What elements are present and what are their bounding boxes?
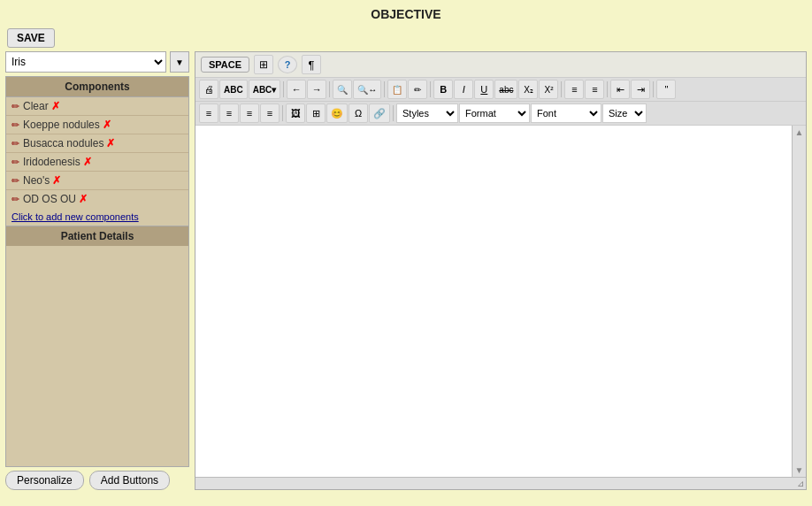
edit-icon: ✏ bbox=[11, 157, 19, 168]
editor-panel: SPACE ⊞ ? ¶ 🖨 ABC ABC▾ ← → 🔍 🔍↔ 📋 ✏ B I … bbox=[195, 51, 807, 490]
component-label: Koeppe nodules bbox=[23, 119, 100, 131]
space-button[interactable]: SPACE bbox=[201, 57, 249, 73]
separator bbox=[282, 105, 283, 121]
list-item[interactable]: ✏ Clear ✗ bbox=[6, 97, 188, 116]
separator bbox=[607, 81, 608, 97]
strikethrough-button[interactable]: abc bbox=[494, 80, 517, 99]
resize-icon: ⊿ bbox=[797, 479, 804, 488]
dropdown-row: Iris ▼ bbox=[5, 51, 189, 73]
help-button[interactable]: ? bbox=[278, 56, 297, 73]
left-panel: Iris ▼ Components ✏ Clear ✗ ✏ Koeppe nod… bbox=[5, 51, 189, 490]
separator bbox=[393, 105, 394, 121]
add-components-link[interactable]: Click to add new components bbox=[6, 208, 188, 226]
resize-handle[interactable]: ⊿ bbox=[195, 477, 806, 489]
personalize-button[interactable]: Personalize bbox=[5, 471, 84, 490]
edit-icon: ✏ bbox=[11, 138, 19, 150]
align-center-button[interactable]: ≡ bbox=[219, 104, 239, 123]
component-label: Neo's bbox=[23, 174, 50, 187]
patient-details-header: Patient Details bbox=[6, 226, 188, 246]
print-button[interactable]: 🖨 bbox=[199, 80, 218, 99]
iris-dropdown[interactable]: Iris bbox=[5, 51, 166, 73]
remove-icon[interactable]: ✗ bbox=[51, 100, 60, 112]
list-item[interactable]: ✏ OD OS OU ✗ bbox=[6, 190, 188, 208]
align-justify-button[interactable]: ≡ bbox=[260, 104, 280, 123]
size-dropdown[interactable]: Size bbox=[602, 104, 647, 123]
bold-button[interactable]: B bbox=[433, 80, 453, 99]
italic-button[interactable]: I bbox=[454, 80, 473, 99]
add-buttons-button[interactable]: Add Buttons bbox=[89, 471, 170, 490]
spellcheck-button[interactable]: ABC bbox=[219, 80, 248, 99]
list-item[interactable]: ✏ Iridodenesis ✗ bbox=[6, 153, 188, 172]
separator bbox=[329, 81, 330, 97]
remove-icon[interactable]: ✗ bbox=[79, 193, 88, 205]
spellcheck-dropdown-button[interactable]: ABC▾ bbox=[249, 80, 281, 99]
font-dropdown[interactable]: Font bbox=[531, 104, 601, 123]
insert-special-char-button[interactable]: Ω bbox=[349, 104, 368, 123]
save-button[interactable]: SAVE bbox=[7, 28, 55, 48]
embed-button[interactable]: ⊞ bbox=[254, 55, 273, 74]
insert-image-button[interactable]: 🖼 bbox=[286, 104, 305, 123]
components-panel: Components ✏ Clear ✗ ✏ Koeppe nodules ✗ … bbox=[5, 76, 189, 467]
component-label: Busacca nodules bbox=[23, 137, 103, 150]
scroll-down-icon[interactable]: ▼ bbox=[795, 465, 804, 475]
remove-icon[interactable]: ✗ bbox=[106, 137, 115, 150]
scroll-up-icon[interactable]: ▲ bbox=[795, 127, 804, 137]
find-button[interactable]: 🔍 bbox=[333, 80, 352, 99]
remove-icon[interactable]: ✗ bbox=[52, 174, 61, 187]
dropdown-arrow-button[interactable]: ▼ bbox=[170, 51, 189, 73]
edit-icon: ✏ bbox=[11, 194, 19, 205]
paragraph-button[interactable]: ¶ bbox=[302, 55, 321, 74]
editor-wrapper: ▲ ▼ bbox=[195, 126, 806, 477]
redo-button[interactable]: → bbox=[307, 80, 326, 99]
insert-link-button[interactable]: 🔗 bbox=[369, 104, 390, 123]
outdent-button[interactable]: ⇤ bbox=[610, 80, 630, 99]
list-item[interactable]: ✏ Neo's ✗ bbox=[6, 172, 188, 190]
component-label: Iridodenesis bbox=[23, 156, 80, 168]
component-label: OD OS OU bbox=[23, 193, 76, 205]
component-label: Clear bbox=[23, 100, 49, 112]
separator bbox=[430, 81, 431, 97]
format-dropdown[interactable]: Format bbox=[459, 104, 530, 123]
insert-emoji-button[interactable]: 😊 bbox=[326, 104, 348, 123]
separator bbox=[384, 81, 385, 97]
edit-icon: ✏ bbox=[11, 175, 19, 187]
find-replace-button[interactable]: 🔍↔ bbox=[353, 80, 381, 99]
edit-icon: ✏ bbox=[11, 101, 19, 112]
align-right-button[interactable]: ≡ bbox=[240, 104, 259, 123]
page-title: OBJECTIVE bbox=[0, 0, 812, 25]
edit-icon: ✏ bbox=[11, 119, 19, 131]
align-left-button[interactable]: ≡ bbox=[199, 104, 218, 123]
bottom-buttons: Personalize Add Buttons bbox=[5, 471, 189, 490]
toolbar-row-2: ≡ ≡ ≡ ≡ 🖼 ⊞ 😊 Ω 🔗 Styles Format Font Siz… bbox=[195, 102, 806, 126]
separator bbox=[283, 81, 284, 97]
separator bbox=[653, 81, 654, 97]
undo-button[interactable]: ← bbox=[287, 80, 306, 99]
insert-table-button[interactable]: ⊞ bbox=[306, 104, 326, 123]
edit-button[interactable]: ✏ bbox=[408, 80, 427, 99]
indent-button[interactable]: ⇥ bbox=[631, 80, 650, 99]
main-area: Iris ▼ Components ✏ Clear ✗ ✏ Koeppe nod… bbox=[0, 51, 812, 495]
components-list: ✏ Clear ✗ ✏ Koeppe nodules ✗ ✏ Busacca n… bbox=[6, 97, 188, 208]
toolbar-row-1: 🖨 ABC ABC▾ ← → 🔍 🔍↔ 📋 ✏ B I U abc X₂ X² … bbox=[195, 78, 806, 102]
remove-icon[interactable]: ✗ bbox=[83, 156, 92, 168]
superscript-button[interactable]: X² bbox=[539, 80, 558, 99]
separator bbox=[561, 81, 562, 97]
top-bar: SAVE bbox=[0, 25, 812, 51]
editor-scrollbar[interactable]: ▲ ▼ bbox=[792, 126, 806, 477]
list-item[interactable]: ✏ Busacca nodules ✗ bbox=[6, 134, 188, 153]
unordered-list-button[interactable]: ≡ bbox=[585, 80, 604, 99]
editor-content[interactable] bbox=[195, 126, 792, 477]
subscript-button[interactable]: X₂ bbox=[518, 80, 538, 99]
list-item[interactable]: ✏ Koeppe nodules ✗ bbox=[6, 116, 188, 134]
paste-button[interactable]: 📋 bbox=[387, 80, 407, 99]
patient-details-body bbox=[6, 246, 188, 466]
ordered-list-button[interactable]: ≡ bbox=[564, 80, 584, 99]
components-header: Components bbox=[6, 77, 188, 97]
blockquote-button[interactable]: " bbox=[656, 80, 676, 99]
styles-dropdown[interactable]: Styles bbox=[396, 104, 458, 123]
underline-button[interactable]: U bbox=[474, 80, 494, 99]
remove-icon[interactable]: ✗ bbox=[103, 119, 111, 131]
